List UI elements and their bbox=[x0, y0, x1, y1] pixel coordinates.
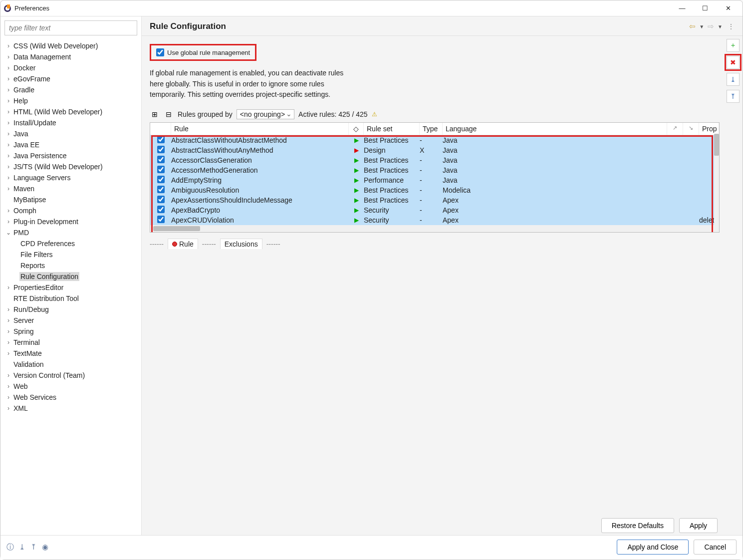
nav-back-icon[interactable]: ⇦ bbox=[688, 22, 697, 31]
nav-forward-drop-icon[interactable]: ▼ bbox=[716, 24, 725, 29]
tree-item[interactable]: ›Spring bbox=[2, 326, 141, 337]
tree-item[interactable]: ›eGovFrame bbox=[2, 73, 141, 84]
chevron-right-icon[interactable]: › bbox=[4, 75, 12, 82]
rule-checkbox[interactable] bbox=[157, 156, 165, 163]
tree-item[interactable]: ›Server bbox=[2, 315, 141, 326]
chevron-right-icon[interactable]: › bbox=[4, 328, 12, 335]
chevron-down-icon[interactable]: ⌄ bbox=[4, 229, 12, 236]
tree-item[interactable]: ›Version Control (Team) bbox=[2, 370, 141, 381]
tree-item[interactable]: ›Java bbox=[2, 128, 141, 139]
tree-item[interactable]: ›Install/Update bbox=[2, 117, 141, 128]
chevron-right-icon[interactable]: › bbox=[4, 284, 12, 291]
add-rule-button[interactable]: ＋ bbox=[727, 39, 740, 52]
rule-checkbox[interactable] bbox=[157, 166, 165, 173]
nav-forward-icon[interactable]: ⇨ bbox=[706, 22, 716, 31]
rule-checkbox[interactable] bbox=[157, 206, 165, 213]
tree-item[interactable]: ›TextMate bbox=[2, 348, 141, 359]
chevron-right-icon[interactable]: › bbox=[4, 97, 12, 104]
table-row[interactable]: AbstractClassWithoutAbstractMethod▶Best … bbox=[150, 135, 719, 145]
table-row[interactable]: AbstractClassWithoutAnyMethod▶DesignXJav… bbox=[150, 145, 719, 155]
tree-item[interactable]: ›JS/TS (Wild Web Developer) bbox=[2, 161, 141, 172]
tree-item[interactable]: ›Terminal bbox=[2, 337, 141, 348]
chevron-right-icon[interactable]: › bbox=[4, 306, 12, 313]
grouping-select[interactable]: <no grouping> bbox=[237, 109, 294, 119]
tree-item[interactable]: Validation bbox=[2, 359, 141, 370]
col-priority[interactable]: ◇ bbox=[349, 123, 364, 135]
close-button[interactable]: ✕ bbox=[717, 1, 740, 15]
restore-defaults-button[interactable]: Restore Defaults bbox=[601, 518, 674, 533]
rule-checkbox[interactable] bbox=[157, 216, 165, 223]
use-global-checkbox[interactable] bbox=[156, 48, 164, 56]
delete-rule-button[interactable]: ✖ bbox=[727, 56, 740, 69]
tree-item[interactable]: ⌄PMD bbox=[2, 227, 141, 238]
chevron-right-icon[interactable]: › bbox=[4, 64, 12, 71]
preferences-tree[interactable]: ›CSS (Wild Web Developer)›Data Managemen… bbox=[0, 39, 141, 535]
tree-item[interactable]: ›XML bbox=[2, 403, 141, 414]
tree-item[interactable]: ›Java EE bbox=[2, 139, 141, 150]
tree-item[interactable]: ›Gradle bbox=[2, 84, 141, 95]
tree-item[interactable]: ›Language Servers bbox=[2, 172, 141, 183]
tree-item[interactable]: ›Web Services bbox=[2, 392, 141, 403]
table-row[interactable]: AccessorClassGeneration▶Best Practices-J… bbox=[150, 155, 719, 165]
tree-item[interactable]: RTE Distribution Tool bbox=[2, 293, 141, 304]
chevron-right-icon[interactable]: › bbox=[4, 152, 12, 159]
tree-item[interactable]: ›Docker bbox=[2, 62, 141, 73]
tree-item[interactable]: ›Run/Debug bbox=[2, 304, 141, 315]
nav-menu-icon[interactable]: ⋮ bbox=[725, 22, 735, 30]
chevron-right-icon[interactable]: › bbox=[4, 394, 12, 401]
help-icon[interactable]: ⓘ bbox=[6, 543, 14, 552]
tree-item[interactable]: ›Java Persistence bbox=[2, 150, 141, 161]
table-row[interactable]: ApexCRUDViolation▶Security-Apexdelet bbox=[150, 215, 719, 225]
tree-item[interactable]: Reports bbox=[2, 260, 141, 271]
maximize-button[interactable]: ☐ bbox=[694, 1, 717, 15]
tree-item[interactable]: ›CSS (Wild Web Developer) bbox=[2, 40, 141, 51]
tree-item[interactable]: MyBatipse bbox=[2, 194, 141, 205]
tree-item[interactable]: ›HTML (Wild Web Developer) bbox=[2, 106, 141, 117]
table-row[interactable]: ApexAssertionsShouldIncludeMessage▶Best … bbox=[150, 195, 719, 205]
import-prefs-icon[interactable]: ⤓ bbox=[19, 543, 25, 552]
col-rule[interactable]: Rule bbox=[171, 123, 349, 135]
chevron-right-icon[interactable]: › bbox=[4, 372, 12, 379]
chevron-right-icon[interactable]: › bbox=[4, 42, 12, 49]
tree-item[interactable]: Rule Configuration bbox=[2, 271, 141, 282]
chevron-right-icon[interactable]: › bbox=[4, 383, 12, 390]
col-prop[interactable]: Prop bbox=[699, 123, 719, 135]
chevron-right-icon[interactable]: › bbox=[4, 53, 12, 60]
export-prefs-icon[interactable]: ⤒ bbox=[30, 543, 37, 552]
import-rules-button[interactable]: ⤓ bbox=[727, 73, 740, 86]
rule-checkbox[interactable] bbox=[157, 196, 165, 203]
vertical-scrollbar[interactable] bbox=[714, 134, 719, 225]
collapse-all-icon[interactable]: ⊟ bbox=[164, 109, 174, 119]
filter-input[interactable] bbox=[4, 20, 137, 35]
col-ruleset[interactable]: Rule set bbox=[364, 123, 420, 135]
col-sort-desc-icon[interactable]: ↘ bbox=[683, 123, 699, 135]
use-global-checkbox-row[interactable]: Use global rule management bbox=[150, 44, 256, 61]
col-language[interactable]: Language bbox=[443, 123, 667, 135]
nav-back-drop-icon[interactable]: ▼ bbox=[697, 24, 706, 29]
table-row[interactable]: ApexBadCrypto▶Security-Apex bbox=[150, 205, 719, 215]
tree-item[interactable]: ›Plug-in Development bbox=[2, 216, 141, 227]
horizontal-scrollbar[interactable] bbox=[150, 225, 719, 232]
table-row[interactable]: AddEmptyString▶Performance-Java bbox=[150, 175, 719, 185]
rule-checkbox[interactable] bbox=[157, 176, 165, 183]
chevron-right-icon[interactable]: › bbox=[4, 119, 12, 126]
export-rules-button[interactable]: ⤒ bbox=[727, 90, 740, 103]
apply-button[interactable]: Apply bbox=[679, 518, 718, 533]
chevron-right-icon[interactable]: › bbox=[4, 130, 12, 137]
rule-checkbox[interactable] bbox=[157, 186, 165, 193]
chevron-right-icon[interactable]: › bbox=[4, 350, 12, 357]
chevron-right-icon[interactable]: › bbox=[4, 405, 12, 412]
chevron-right-icon[interactable]: › bbox=[4, 207, 12, 214]
col-sort-asc-icon[interactable]: ↗ bbox=[667, 123, 683, 135]
table-row[interactable]: AccessorMethodGeneration▶Best Practices-… bbox=[150, 165, 719, 175]
tree-item[interactable]: ›Data Management bbox=[2, 51, 141, 62]
chevron-right-icon[interactable]: › bbox=[4, 339, 12, 346]
chevron-right-icon[interactable]: › bbox=[4, 86, 12, 93]
tree-item[interactable]: ›Web bbox=[2, 381, 141, 392]
tree-item[interactable]: ›PropertiesEditor bbox=[2, 282, 141, 293]
rule-checkbox[interactable] bbox=[157, 136, 165, 143]
tree-item[interactable]: ›Help bbox=[2, 95, 141, 106]
rule-checkbox[interactable] bbox=[157, 146, 165, 153]
tree-item[interactable]: File Filters bbox=[2, 249, 141, 260]
chevron-right-icon[interactable]: › bbox=[4, 108, 12, 115]
